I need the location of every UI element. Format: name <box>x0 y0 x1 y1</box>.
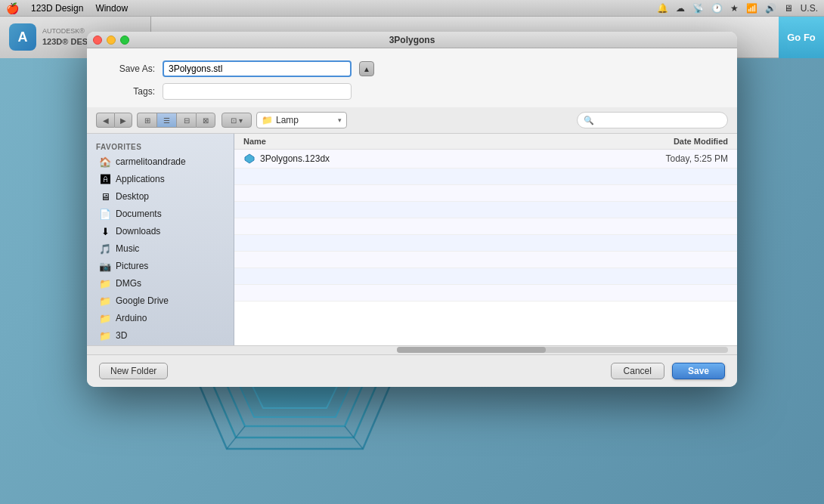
sidebar-item-downloads[interactable]: ⬇ Downloads <box>90 223 231 240</box>
sidebar-label-carmelitoandrade: carmelitoandrade <box>116 156 186 167</box>
save-as-label: Save As: <box>102 63 155 74</box>
sidebar-label-documents: Documents <box>116 209 162 219</box>
sidebar: FAVORITES 🏠 carmelitoandrade 🅰 Applicati… <box>87 134 234 345</box>
pictures-icon: 📷 <box>99 260 111 272</box>
sidebar-label-applications: Applications <box>116 174 165 184</box>
sidebar-item-music[interactable]: 🎵 Music <box>90 240 231 257</box>
tags-label: Tags: <box>102 86 155 97</box>
sidebar-label-desktop: Desktop <box>116 191 149 202</box>
table-row-empty-2 <box>234 185 737 202</box>
dmgs-folder-icon: 📁 <box>99 277 111 289</box>
sidebar-label-dmgs: DMGs <box>116 278 141 289</box>
list-view-button[interactable]: ☰ <box>156 113 176 128</box>
save-as-input[interactable] <box>163 60 352 77</box>
sidebar-item-desktop[interactable]: 🖥 Desktop <box>90 188 231 205</box>
modal-content: FAVORITES 🏠 carmelitoandrade 🅰 Applicati… <box>87 134 737 345</box>
forward-button[interactable]: ▶ <box>114 113 132 128</box>
close-button[interactable] <box>93 36 102 45</box>
sidebar-item-arduino[interactable]: 📁 Arduino <box>90 310 231 326</box>
table-row-empty-8 <box>234 285 737 301</box>
locale-indicator: U.S. <box>801 3 818 14</box>
sidebar-item-dmgs[interactable]: 📁 DMGs <box>90 275 231 292</box>
favorites-label: FAVORITES <box>87 140 234 153</box>
3d-folder-icon: 📁 <box>99 329 111 342</box>
window-menu[interactable]: Window <box>95 3 128 14</box>
search-box: 🔍 <box>577 112 728 128</box>
app-name-menu[interactable]: 123D Design <box>31 3 83 14</box>
tags-row: Tags: <box>102 83 722 100</box>
table-row-empty-5 <box>234 235 737 252</box>
arduino-folder-icon: 📁 <box>99 312 111 324</box>
bluetooth-icon[interactable]: ★ <box>730 3 739 14</box>
file-list-header: Name Date Modified <box>234 134 737 150</box>
col-name-header: Name <box>243 137 615 146</box>
modal-titlebar: 3Polygons <box>87 32 737 48</box>
home-icon: 🏠 <box>99 156 111 168</box>
view-group: ⊞ ☰ ⊟ ⊠ <box>137 113 215 128</box>
modal-header: Save As: ▲ Tags: <box>87 48 737 107</box>
sidebar-label-googledrive: Google Drive <box>116 295 169 306</box>
modal-toolbar: ◀ ▶ ⊞ ☰ ⊟ ⊠ ⊡ ▾ 📁 Lamp ▾ 🔍 <box>87 107 737 134</box>
file-list: Name Date Modified 3Polygons.123dx Today… <box>234 134 737 345</box>
save-as-row: Save As: ▲ <box>102 60 722 77</box>
sidebar-label-downloads: Downloads <box>116 226 160 237</box>
file-type-icon <box>243 153 256 165</box>
scrollbar-thumb[interactable] <box>397 347 546 353</box>
table-row-empty-6 <box>234 252 737 268</box>
disclosure-button[interactable]: ▲ <box>359 61 374 76</box>
airdrop-icon[interactable]: 📡 <box>692 3 704 14</box>
tags-input[interactable] <box>163 83 352 100</box>
coverflow-view-button[interactable]: ⊠ <box>196 113 215 128</box>
time-icon[interactable]: 🕐 <box>711 3 723 14</box>
sidebar-item-applications[interactable]: 🅰 Applications <box>90 171 231 187</box>
back-button[interactable]: ◀ <box>96 113 114 128</box>
volume-icon[interactable]: 🔊 <box>765 3 776 14</box>
table-row[interactable]: 3Polygons.123dx Today, 5:25 PM <box>234 150 737 169</box>
cancel-button[interactable]: Cancel <box>611 363 664 379</box>
arrange-button[interactable]: ⊡ ▾ <box>221 113 252 128</box>
folder-icon: 📁 <box>262 115 273 125</box>
table-row-empty-7 <box>234 268 737 285</box>
menubar: 🍎 123D Design Window 🔔 ☁ 📡 🕐 ★ 📶 🔊 🖥 U.S… <box>0 0 824 17</box>
save-dialog: 3Polygons Save As: ▲ Tags: ◀ ▶ <box>87 32 737 387</box>
minimize-button[interactable] <box>107 36 116 45</box>
sidebar-item-3d[interactable]: 📁 3D <box>90 327 231 344</box>
file-date: Today, 5:25 PM <box>615 153 728 164</box>
sidebar-label-music: Music <box>116 243 139 254</box>
keyboard-icon[interactable]: 🖥 <box>784 3 793 14</box>
sidebar-label-3d: 3D <box>116 330 127 341</box>
maximize-button[interactable] <box>120 36 129 45</box>
column-view-button[interactable]: ⊟ <box>176 113 196 128</box>
notification-icon[interactable]: 🔔 <box>657 3 668 14</box>
icon-view-button[interactable]: ⊞ <box>137 113 156 128</box>
location-dropdown[interactable]: 📁 Lamp ▾ <box>256 112 347 128</box>
downloads-icon: ⬇ <box>99 225 111 237</box>
location-chevron-icon: ▾ <box>338 116 342 124</box>
apple-menu[interactable]: 🍎 <box>6 2 19 14</box>
sidebar-label-pictures: Pictures <box>116 261 148 271</box>
search-input[interactable] <box>597 116 721 125</box>
sidebar-item-carmelitoandrade[interactable]: 🏠 carmelitoandrade <box>90 153 231 170</box>
menubar-right: 🔔 ☁ 📡 🕐 ★ 📶 🔊 🖥 U.S. <box>657 3 818 14</box>
location-name: Lamp <box>276 115 335 125</box>
dialog-title: 3Polygons <box>389 35 435 45</box>
sidebar-label-arduino: Arduino <box>116 313 147 323</box>
file-name: 3Polygons.123dx <box>260 153 615 164</box>
new-folder-button[interactable]: New Folder <box>99 363 168 379</box>
table-row-empty-3 <box>234 202 737 218</box>
wifi-icon[interactable]: 📶 <box>746 3 757 14</box>
sidebar-item-pictures[interactable]: 📷 Pictures <box>90 258 231 274</box>
sidebar-item-documents[interactable]: 📄 Documents <box>90 206 231 222</box>
applications-icon: 🅰 <box>99 173 111 185</box>
app-background: A AUTODESK® 123D® DESIGN Go Fo 250 225 2… <box>0 17 824 504</box>
sidebar-item-googledrive[interactable]: 📁 Google Drive <box>90 292 231 309</box>
search-icon: 🔍 <box>584 116 594 125</box>
nav-group: ◀ ▶ <box>96 113 132 128</box>
footer-buttons: Cancel Save <box>611 363 725 379</box>
table-row-empty-4 <box>234 218 737 235</box>
save-button[interactable]: Save <box>672 363 725 379</box>
window-controls <box>93 36 129 45</box>
googledrive-folder-icon: 📁 <box>99 295 111 307</box>
cloud-icon[interactable]: ☁ <box>676 3 685 14</box>
scrollbar-track[interactable] <box>397 347 728 353</box>
